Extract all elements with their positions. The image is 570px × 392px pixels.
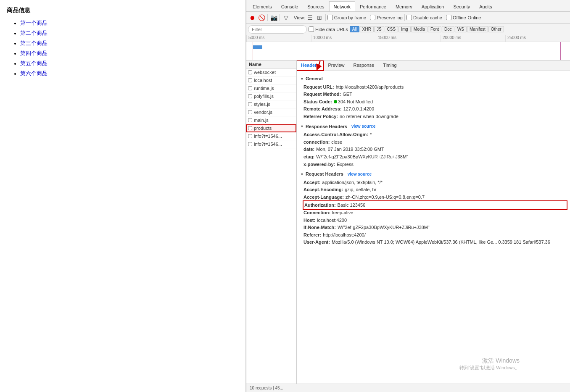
toolbar-separator-4 — [325, 14, 326, 21]
timeline-bar-area — [246, 42, 570, 60]
request-item[interactable]: info?t=1546... — [246, 140, 296, 148]
header-key: Access-Control-Allow-Origin: — [303, 131, 368, 139]
timeline-line-2 — [560, 42, 561, 60]
product-item: 第一个商品 — [20, 19, 239, 27]
request-checkbox[interactable] — [248, 110, 252, 114]
filter-type-ws[interactable]: WS — [455, 26, 467, 32]
timeline-labels: 5000 ms10000 ms15000 ms20000 ms25000 ms — [246, 35, 570, 42]
product-link[interactable]: 第六个商品 — [20, 70, 48, 76]
request-checkbox[interactable] — [248, 102, 252, 106]
view-grid-button[interactable]: ⊞ — [315, 13, 324, 22]
filter-type-js[interactable]: JS — [374, 26, 384, 32]
details-tab-timing[interactable]: Timing — [379, 61, 401, 71]
header-value: zh-CN,zh;q=0.9,en-US;q=0.8,en;q=0.7 — [346, 194, 425, 201]
devtools-tab-audits[interactable]: Audits — [475, 1, 497, 11]
request-view-source-link[interactable]: view source — [348, 171, 372, 178]
header-value: Express — [337, 161, 354, 168]
group-by-frame-checkbox[interactable]: Group by frame — [327, 15, 366, 20]
filter-button[interactable]: ▽ — [282, 13, 290, 22]
request-item[interactable]: localhost — [246, 76, 296, 84]
header-key: Referrer Policy: — [303, 113, 338, 121]
devtools-tab-security[interactable]: Security — [449, 1, 475, 11]
filter-type-doc[interactable]: Doc — [442, 26, 454, 32]
devtools-tab-network[interactable]: Network — [329, 1, 355, 11]
header-value: 304 Not Modified — [334, 98, 373, 106]
filter-type-media[interactable]: Media — [411, 26, 428, 32]
devtools-tab-performance[interactable]: Performance — [355, 1, 391, 11]
details-panel: HeadersPreviewResponseTiming General Req… — [297, 61, 570, 384]
authorization-row: Authorization:Basic 123456 — [303, 201, 567, 210]
details-tab-headers[interactable]: Headers — [297, 61, 324, 71]
header-key: Host: — [303, 217, 315, 224]
request-checkbox[interactable] — [248, 78, 252, 82]
devtools-tab-memory[interactable]: Memory — [391, 1, 417, 11]
filter-type-css[interactable]: CSS — [385, 26, 398, 32]
product-link[interactable]: 第三个商品 — [20, 40, 48, 46]
disable-cache-checkbox[interactable]: Disable cache — [406, 15, 442, 20]
request-checkbox[interactable] — [248, 118, 252, 122]
filter-type-manifest[interactable]: Manifest — [467, 26, 488, 32]
devtools-panel: ElementsConsoleSourcesNetworkPerformance… — [246, 0, 570, 392]
request-item[interactable]: vendor.js — [246, 108, 296, 116]
request-name: vendor.js — [254, 110, 272, 115]
product-link[interactable]: 第四个商品 — [20, 50, 48, 56]
details-tab-response[interactable]: Response — [349, 61, 379, 71]
filter-bar: Hide data URLs AllXHRJSCSSImgMediaFontDo… — [246, 24, 570, 35]
devtools-tab-console[interactable]: Console — [277, 1, 303, 11]
record-button[interactable]: ⏺ — [248, 13, 256, 22]
request-item[interactable]: info?t=1546... — [246, 132, 296, 140]
request-item[interactable]: websocket — [246, 68, 296, 76]
request-item[interactable]: polyfills.js — [246, 92, 296, 100]
request-checkbox[interactable] — [248, 70, 252, 74]
request-item[interactable]: styles.js — [246, 100, 296, 108]
request-field-row: Host:localhost:4200 — [303, 217, 567, 224]
request-name: localhost — [254, 78, 272, 83]
request-checkbox[interactable] — [248, 86, 252, 90]
filter-type-font[interactable]: Font — [428, 26, 441, 32]
timeline-label-2: 15000 ms — [376, 35, 441, 42]
filter-type-img[interactable]: Img — [398, 26, 411, 32]
headers-content: General Request URL:http://localhost:420… — [297, 71, 570, 248]
stop-button[interactable]: 🚫 — [257, 13, 266, 22]
header-value: no-referrer-when-downgrade — [340, 113, 398, 121]
devtools-tab-elements[interactable]: Elements — [248, 1, 277, 11]
response-field-row: date:Mon, 07 Jan 2019 03:52:00 GMT — [303, 146, 567, 153]
devtools-tab-sources[interactable]: Sources — [303, 1, 329, 11]
camera-button[interactable]: 📷 — [269, 13, 278, 22]
product-link[interactable]: 第一个商品 — [20, 20, 48, 26]
preserve-log-checkbox[interactable]: Preserve log — [370, 15, 403, 20]
request-field-row: Accept-Encoding:gzip, deflate, br — [303, 186, 567, 194]
request-checkbox[interactable] — [248, 142, 252, 146]
header-value: http://localhost:4200/ — [323, 232, 366, 239]
toolbar-separator-3 — [292, 14, 292, 21]
header-key: connection: — [303, 139, 330, 146]
request-item[interactable]: main.js — [246, 116, 296, 124]
filter-type-xhr[interactable]: XHR — [360, 26, 374, 32]
timeline-label-1: 10000 ms — [311, 35, 376, 42]
filter-input[interactable] — [248, 25, 307, 34]
filter-type-other[interactable]: Other — [488, 26, 504, 32]
devtools-tab-application[interactable]: Application — [417, 1, 449, 11]
response-field-row: connection:close — [303, 139, 567, 146]
general-field-row: Request Method:GET — [303, 91, 567, 98]
request-checkbox[interactable] — [248, 126, 252, 130]
header-key: Referer: — [303, 232, 321, 239]
hide-data-urls-checkbox[interactable]: Hide data URLs — [309, 26, 348, 32]
offline-checkbox[interactable]: Offline — [446, 15, 466, 20]
view-list-button[interactable]: ☰ — [306, 13, 314, 22]
product-link[interactable]: 第二个商品 — [20, 30, 48, 36]
general-field-row: Remote Address:127.0.0.1:4200 — [303, 105, 567, 113]
header-value: Mon, 07 Jan 2019 03:52:00 GMT — [316, 146, 384, 153]
details-tab-preview[interactable]: Preview — [324, 61, 349, 71]
header-key: x-powered-by: — [303, 161, 335, 168]
request-item[interactable]: runtime.js — [246, 84, 296, 92]
product-link[interactable]: 第五个商品 — [20, 60, 48, 66]
request-name: polyfills.js — [254, 94, 274, 99]
request-checkbox[interactable] — [248, 94, 252, 98]
response-view-source-link[interactable]: view source — [351, 123, 375, 130]
request-checkbox[interactable] — [248, 134, 252, 138]
timeline-label-4: 25000 ms — [505, 35, 570, 42]
filter-type-all[interactable]: All — [350, 26, 359, 32]
general-field-row: Request URL:http://localhost:4200/api/pr… — [303, 84, 567, 91]
request-item[interactable]: products — [246, 124, 296, 132]
